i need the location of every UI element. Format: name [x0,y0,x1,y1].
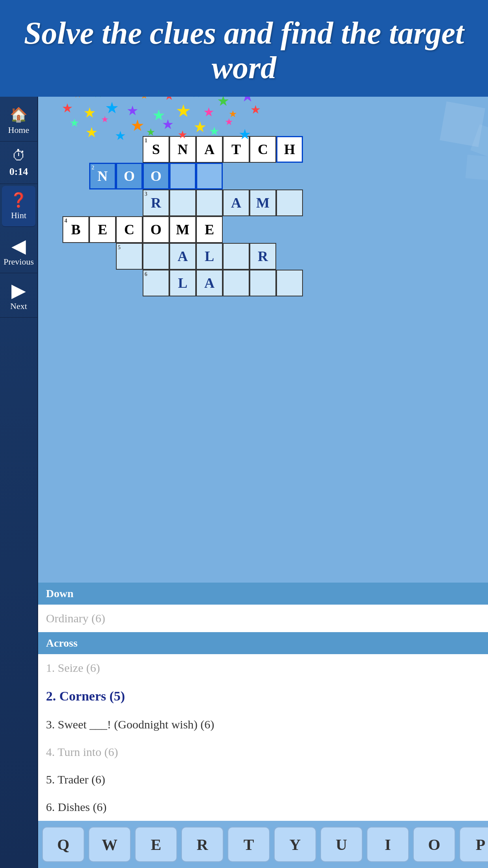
clue-across-6[interactable]: 6. Dishes (6) [38,793,488,821]
cell-r3c3[interactable] [169,189,196,216]
key-r[interactable]: R [181,827,224,862]
clue-across-2-text: Corners (5) [59,689,125,703]
key-q[interactable]: Q [42,827,84,862]
cell-r4c2[interactable]: O [143,216,169,243]
cell-r2c2[interactable]: O [143,163,169,189]
next-icon: ▶ [11,279,26,301]
cell-r5c6[interactable]: R [250,243,276,270]
star-13: ★ [203,105,215,120]
cell-r6c2[interactable]: 6 [143,270,169,296]
clue-across-1-text: Seize (6) [58,661,100,674]
star-20: ★ [101,114,109,125]
cell-r4c0[interactable]: E [89,216,116,243]
app-container: Solve the clues and find the target word… [0,0,488,868]
cell-r3c6[interactable]: M [250,189,276,216]
home-icon: 🏠 [10,107,28,123]
header-title: Solve the clues and find the target word [16,16,472,85]
hint-label: Hint [11,210,26,221]
cell-r2c1[interactable]: O [116,163,143,189]
clue-across-3[interactable]: 3. Sweet ___! (Goodnight wish) (6) [38,711,488,738]
cell-r5c4[interactable]: L [196,243,223,270]
clue-down-1-text: Ordinary (6) [46,612,105,625]
star-11: ★ [176,101,191,121]
cell-r6c7[interactable] [276,270,303,296]
cell-r1c5[interactable]: T [223,136,250,163]
clue-across-1[interactable]: 1. Seize (6) [38,654,488,682]
sidebar-item-timer: ⏱ 0:14 [0,142,37,184]
cell-r4c4[interactable]: E [196,216,223,243]
sidebar: 🏠 Home ⏱ 0:14 ❓ Hint ◀ Previous ▶ Next [0,97,38,868]
cell-r2c4[interactable] [196,163,223,189]
cell-r6c6[interactable] [250,270,276,296]
clue-across-5-num: 5. [46,773,55,786]
star-2: ★ [73,97,82,100]
sidebar-item-previous[interactable]: ◀ Previous [0,229,37,273]
clue-across-4[interactable]: 4. Turn into (6) [38,738,488,766]
keyboard: Q W E R T Y U I O P [38,821,488,868]
clue-across-2[interactable]: 2. Corners (5) [38,682,488,711]
cell-r3c7[interactable] [276,189,303,216]
star-26: ★ [193,118,207,136]
game-area: 🏠 Home ⏱ 0:14 ❓ Hint ◀ Previous ▶ Next [0,97,488,868]
timer-icon: ⏱ [12,147,26,164]
cell-r1c3[interactable]: N [169,136,196,163]
cell-r6c4[interactable]: A [196,270,223,296]
star-17: ★ [250,103,261,116]
cell-r3c5[interactable]: A [223,189,250,216]
cell-r5c1[interactable]: 5 [116,243,143,270]
key-o[interactable]: O [413,827,455,862]
cell-r2c3[interactable] [169,163,196,189]
key-u[interactable]: U [320,827,363,862]
main-panel: ★ ★ ★ ★ ★ ★ ★ ★ ★ ★ ★ ★ ★ ★ ★ ★ ★ [38,97,488,868]
next-label: Next [10,301,27,311]
key-i[interactable]: I [367,827,409,862]
down-section-header: Down [38,583,488,605]
cell-r3c4[interactable] [196,189,223,216]
cell-r2c0[interactable]: 2 N [89,163,116,189]
clue-across-3-num: 3. [46,718,55,731]
crossword-grid: 1 S N A T C H [89,136,349,356]
cell-r1c4[interactable]: A [196,136,223,163]
cell-r3c2[interactable]: 3 R [143,189,169,216]
cell-r6c5[interactable] [223,270,250,296]
clue-down-1[interactable]: Ordinary (6) [38,605,488,632]
cell-r5c2[interactable] [143,243,169,270]
star-1: ★ [62,101,73,116]
star-28: ★ [225,116,233,127]
sidebar-item-next[interactable]: ▶ Next [0,273,37,318]
key-w[interactable]: W [88,827,131,862]
cell-r5c3[interactable]: A [169,243,196,270]
previous-icon: ◀ [11,235,26,257]
sidebar-item-hint[interactable]: ❓ Hint [2,186,35,227]
cell-r1c6[interactable]: C [250,136,276,163]
key-t[interactable]: T [227,827,270,862]
key-p[interactable]: P [459,827,488,862]
clue-across-1-num: 1. [46,661,55,674]
cell-r5c5[interactable] [223,243,250,270]
key-y[interactable]: Y [274,827,316,862]
cell-r4c1[interactable]: C [116,216,143,243]
key-e[interactable]: E [135,827,177,862]
clue-across-4-num: 4. [46,745,55,758]
hint-icon: ❓ [10,192,28,208]
cell-r6c3[interactable]: L [169,270,196,296]
star-4: ★ [93,97,103,100]
star-15: ★ [229,108,237,120]
star-6: ★ [117,97,126,97]
cell-r4c3[interactable]: M [169,216,196,243]
cell-r1c7[interactable]: H [276,136,303,163]
home-label: Home [8,125,29,135]
timer-value: 0:14 [9,166,28,178]
cell-r4c-1[interactable]: 4 B [62,216,89,243]
star-18: ★ [70,116,79,129]
crossword-area: ★ ★ ★ ★ ★ ★ ★ ★ ★ ★ ★ ★ ★ ★ ★ ★ ★ [38,97,488,583]
clues-panel: Down Ordinary (6) Across 1. Seize (6) 2.… [38,583,488,821]
star-24: ★ [162,116,174,132]
cell-r1c2[interactable]: 1 S [143,136,169,163]
star-9: ★ [152,107,165,124]
star-3: ★ [83,105,96,121]
clue-across-3-text: Sweet ___! (Goodnight wish) (6) [58,718,214,731]
clue-across-5[interactable]: 5. Trader (6) [38,766,488,793]
sidebar-item-home[interactable]: 🏠 Home [0,101,37,142]
header: Solve the clues and find the target word [0,0,488,97]
